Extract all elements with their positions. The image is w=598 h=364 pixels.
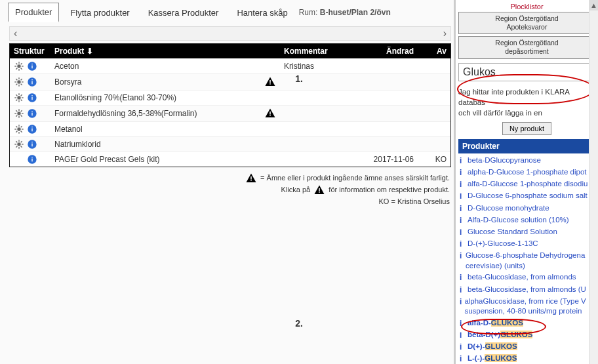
list-item[interactable]: ibeta-Glucosidase, from almonds	[458, 272, 595, 283]
list-item[interactable]: iAlfa-D-Glucose solution (10%)	[458, 214, 595, 226]
svg-line-6	[21, 68, 22, 70]
tab-move-products[interactable]: Flytta produkter	[63, 3, 136, 22]
product-by	[418, 142, 450, 146]
col-changed[interactable]: Ändrad	[352, 44, 418, 58]
list-item[interactable]: iD-Glucose monohydrate	[458, 203, 595, 214]
info-icon: i	[460, 342, 466, 352]
list-item[interactable]: ialfa-D-Glucose 1-phosphate disodiu	[458, 178, 595, 190]
side-list-heading: Produkter	[458, 139, 595, 153]
spacer-icon	[14, 154, 24, 165]
col-by[interactable]: Av	[418, 44, 450, 58]
info-icon[interactable]	[27, 61, 37, 71]
list-item[interactable]: iD-(+)-Glucose-1-13C	[458, 238, 595, 250]
new-product-button[interactable]: Ny produkt	[502, 122, 551, 135]
table-row[interactable]: Etanollösning 70%(Etanol 30-70%)	[10, 90, 450, 105]
product-name[interactable]: Borsyra	[50, 74, 280, 90]
svg-rect-23	[31, 79, 32, 80]
tab-scroll-left-icon[interactable]: ‹	[14, 28, 17, 39]
list-item[interactable]: iGlucose Standard Solution	[458, 226, 595, 238]
side-scrollbar[interactable]: ▲	[589, 0, 598, 364]
info-icon: i	[460, 203, 466, 214]
list-item[interactable]: iL-(-)-GLUKOS	[458, 353, 595, 364]
info-icon: i	[460, 318, 466, 329]
col-product[interactable]: Produkt ⬇	[50, 44, 280, 58]
list-item[interactable]: iD-Glucose 6-phosphate sodium salt	[458, 190, 595, 202]
product-comment	[280, 80, 352, 84]
info-icon[interactable]	[27, 139, 37, 150]
list-item[interactable]: ibeta-D(+)GLUKOS	[458, 329, 595, 341]
col-comment[interactable]: Kommentar	[280, 44, 352, 58]
col-structure[interactable]: Struktur	[10, 44, 50, 58]
gear-icon[interactable]	[14, 108, 24, 119]
table-row[interactable]: Natriumklorid	[10, 136, 450, 152]
gear-icon[interactable]	[14, 124, 24, 134]
info-icon[interactable]	[27, 154, 37, 165]
svg-line-72	[21, 141, 22, 142]
info-icon: i	[460, 251, 464, 261]
product-name[interactable]: Formaldehydlösning 36,5-38%(Formalin)	[50, 106, 280, 121]
gear-icon[interactable]	[14, 92, 24, 103]
svg-rect-74	[31, 144, 32, 147]
table-row[interactable]: AcetonKristinas	[10, 58, 450, 73]
annotation-2: 2.	[295, 318, 303, 329]
product-comment: Kristinas	[280, 60, 352, 73]
svg-point-26	[17, 96, 20, 99]
tab-scroll-right-icon[interactable]: ›	[443, 28, 447, 39]
search-input[interactable]	[462, 65, 595, 79]
svg-rect-24	[269, 80, 271, 83]
table-row[interactable]: Metanol	[10, 121, 450, 136]
svg-line-60	[21, 126, 22, 127]
gear-icon[interactable]	[14, 77, 24, 87]
svg-rect-49	[31, 111, 32, 111]
info-icon[interactable]	[27, 92, 37, 103]
product-changed	[352, 127, 418, 131]
list-item[interactable]: ialpha-D-Glucose 1-phosphate dipot	[458, 167, 595, 178]
product-comment	[280, 142, 352, 146]
product-name[interactable]: Aceton	[50, 60, 280, 73]
product-name[interactable]: Metanol	[50, 123, 280, 136]
svg-line-33	[16, 100, 17, 101]
warning-icon	[245, 172, 257, 184]
svg-rect-81	[319, 188, 321, 192]
gear-icon[interactable]	[14, 139, 24, 150]
svg-line-46	[21, 110, 22, 111]
helper-text: Jag hittar inte produkten i KLARA databa…	[458, 87, 595, 118]
gear-icon[interactable]	[14, 61, 24, 71]
scroll-up-icon[interactable]: ▲	[589, 0, 598, 10]
product-name[interactable]: PAGEr Gold Precast Gels (kit)	[50, 153, 280, 166]
list-item[interactable]: ialfa-D-GLUKOS	[458, 317, 595, 329]
svg-line-19	[16, 84, 17, 85]
svg-line-58	[21, 131, 22, 132]
product-changed	[352, 111, 418, 115]
picklist-btn-2[interactable]: Region Östergötlanddepåsortiment	[458, 36, 595, 58]
tab-discard-products[interactable]: Kassera Produkter	[141, 3, 226, 22]
info-icon[interactable]	[27, 77, 37, 87]
annotation-1: 1.	[295, 73, 303, 84]
table-row[interactable]: Borsyra	[10, 73, 450, 90]
product-changed	[352, 96, 418, 100]
svg-line-69	[16, 141, 17, 142]
info-icon[interactable]	[27, 124, 37, 134]
product-name[interactable]: Etanollösning 70%(Etanol 30-70%)	[50, 91, 280, 104]
product-by	[418, 127, 450, 131]
svg-rect-63	[31, 127, 32, 127]
warning-icon[interactable]	[264, 108, 276, 119]
list-item[interactable]: ialphaGlucosidase, from rice (Type V sus…	[458, 296, 595, 317]
table-row[interactable]: Formaldehydlösning 36,5-38%(Formalin)	[10, 105, 450, 121]
picklist-btn-1[interactable]: Region ÖstergötlandApoteksvaror	[458, 12, 595, 34]
info-icon[interactable]	[27, 108, 37, 119]
svg-line-59	[16, 131, 17, 132]
list-item[interactable]: iGlucose-6-phosphate Dehydrogena cerevis…	[458, 250, 595, 272]
tab-products[interactable]: Produkter	[8, 3, 59, 22]
list-item[interactable]: ibeta-DGlucopyranose	[458, 155, 595, 167]
product-name[interactable]: Natriumklorid	[50, 138, 280, 151]
svg-point-0	[17, 64, 20, 68]
list-item[interactable]: iD(+)-GLUKOS	[458, 341, 595, 353]
svg-point-52	[17, 127, 20, 131]
list-item[interactable]: ibeta-Glucosidase, from almonds (U	[458, 284, 595, 296]
product-comment	[280, 157, 352, 161]
warning-icon[interactable]	[264, 76, 276, 88]
table-row[interactable]: PAGEr Gold Precast Gels (kit)2017-11-06K…	[10, 152, 450, 167]
info-icon: i	[460, 167, 466, 178]
tab-manage-cabinets[interactable]: Hantera skåp	[229, 3, 294, 22]
